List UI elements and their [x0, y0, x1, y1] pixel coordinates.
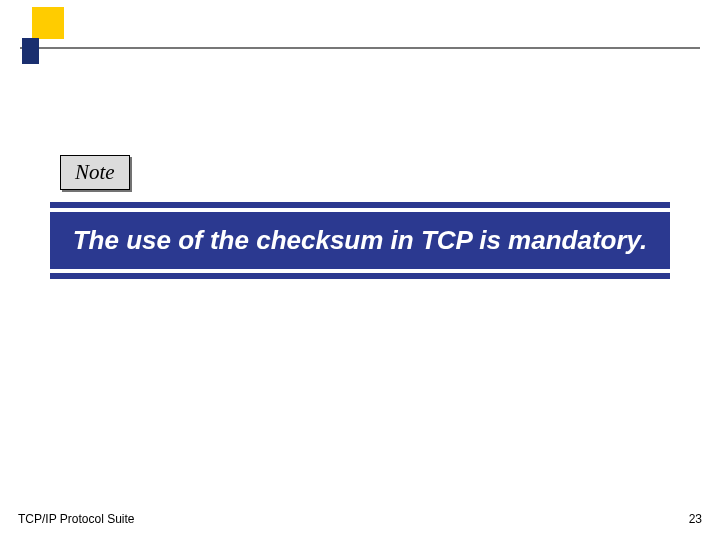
- slide: Note The use of the checksum in TCP is m…: [0, 0, 720, 540]
- main-banner: The use of the checksum in TCP is mandat…: [50, 202, 670, 279]
- banner-top-bar: [50, 202, 670, 208]
- note-label: Note: [75, 160, 115, 184]
- note-box: Note: [60, 155, 130, 190]
- decor-navy-square: [22, 38, 39, 64]
- banner-body: The use of the checksum in TCP is mandat…: [50, 212, 670, 269]
- page-number: 23: [689, 512, 702, 526]
- banner-bottom-bar: [50, 273, 670, 279]
- banner-text: The use of the checksum in TCP is mandat…: [60, 224, 660, 257]
- divider-line: [20, 47, 700, 49]
- footer-source: TCP/IP Protocol Suite: [18, 512, 135, 526]
- decor-yellow-square: [32, 7, 64, 39]
